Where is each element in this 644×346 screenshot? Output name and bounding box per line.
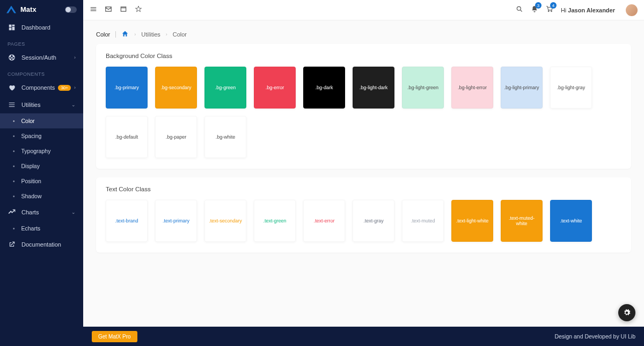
sidebar-item-echarts[interactable]: Echarts: [0, 221, 83, 236]
sidebar-item-position[interactable]: Position: [0, 174, 83, 189]
search-icon[interactable]: [516, 5, 523, 15]
color-swatch: .text-white: [550, 200, 592, 242]
chevron-right-icon: ›: [134, 32, 136, 37]
avatar[interactable]: [626, 4, 638, 16]
color-swatch: .text-primary: [155, 200, 197, 242]
color-swatch: .text-muted: [402, 200, 444, 242]
greeting-prefix: Hi: [561, 7, 568, 13]
mail-icon[interactable]: [105, 5, 112, 15]
home-icon[interactable]: [121, 30, 129, 39]
breadcrumb-mid[interactable]: Utilities: [141, 31, 160, 38]
main-area: 3 4 Hi Jason Alexander Color › Utilities…: [83, 0, 644, 346]
trend-icon: [8, 208, 16, 217]
color-swatch: .bg-green: [204, 67, 246, 109]
window-icon[interactable]: [120, 5, 127, 15]
color-swatch: .text-green: [254, 200, 296, 242]
notifications-badge: 3: [535, 2, 541, 9]
sidebar-section-components: COMPONENTS: [0, 66, 83, 79]
heart-icon: [8, 83, 16, 92]
color-swatch: .bg-light-primary: [501, 67, 543, 109]
brand-name: Matx: [20, 5, 36, 13]
color-swatch: .bg-paper: [155, 116, 197, 158]
cart-button[interactable]: 4: [546, 5, 553, 15]
sidebar-item-utilities[interactable]: Utilities ⌄: [0, 96, 83, 113]
bg-swatch-grid: .bg-primary.bg-secondary.bg-green.bg-err…: [106, 67, 621, 158]
sidebar-item-display[interactable]: Display: [0, 158, 83, 174]
chevron-down-icon: ⌄: [71, 102, 76, 107]
chevron-right-icon: ›: [74, 55, 76, 60]
notifications-button[interactable]: 3: [531, 5, 538, 15]
sidebar-sub-label: Position: [21, 178, 41, 184]
user-greeting: Hi Jason Alexander: [561, 7, 615, 13]
breadcrumb-last: Color: [173, 31, 187, 38]
dashboard-icon: [8, 23, 16, 32]
content: Background Color Class .bg-primary.bg-se…: [83, 44, 644, 327]
color-swatch: .bg-light-gray: [550, 67, 592, 109]
color-swatch: .bg-dark: [303, 67, 345, 109]
sidebar: Matx Dashboard PAGES Session/Auth › COMP…: [0, 0, 83, 346]
launch-icon: [8, 240, 16, 249]
card-title: Background Color Class: [106, 53, 621, 59]
sidebar-item-documentation[interactable]: Documentation: [0, 236, 83, 253]
sidebar-sub-label: Typography: [21, 148, 51, 154]
sidebar-item-color[interactable]: Color: [0, 113, 83, 128]
color-swatch: .text-secondary: [204, 200, 246, 242]
chevron-down-icon: ⌄: [71, 210, 76, 215]
sidebar-label: Charts: [21, 209, 39, 215]
sidebar-label: Session/Auth: [21, 54, 56, 61]
color-swatch: .text-muted-white: [501, 200, 543, 242]
user-name: Jason Alexander: [568, 7, 615, 13]
text-color-card: Text Color Class .text-brand.text-primar…: [96, 177, 631, 253]
color-swatch: .bg-secondary: [155, 67, 197, 109]
globe-icon: [8, 53, 16, 62]
sidebar-label: Components: [21, 84, 55, 91]
text-swatch-grid: .text-brand.text-primary.text-secondary.…: [106, 200, 621, 242]
footer: Get MatX Pro Design and Developed by UI …: [83, 327, 644, 346]
cart-badge: 4: [550, 2, 557, 9]
color-swatch: .bg-default: [106, 116, 148, 158]
sidebar-section-pages: PAGES: [0, 36, 83, 49]
sidebar-label: Dashboard: [21, 24, 50, 31]
bg-color-card: Background Color Class .bg-primary.bg-se…: [96, 44, 631, 169]
list-icon: [8, 100, 16, 109]
brand-logo-icon: [6, 6, 16, 13]
chevron-right-icon: ›: [74, 85, 76, 90]
sidebar-nav: Dashboard PAGES Session/Auth › COMPONENT…: [0, 19, 83, 346]
color-swatch: .bg-light-error: [451, 67, 493, 109]
theme-toggle[interactable]: [65, 6, 77, 13]
color-swatch: .bg-error: [254, 67, 296, 109]
get-pro-button[interactable]: Get MatX Pro: [92, 331, 137, 342]
sidebar-sub-label: Display: [21, 163, 40, 169]
utilities-submenu: Color Spacing Typography Display Positio…: [0, 113, 83, 204]
sidebar-item-session[interactable]: Session/Auth ›: [0, 49, 83, 66]
components-count-badge: 30+: [58, 85, 71, 91]
sidebar-item-typography[interactable]: Typography: [0, 143, 83, 158]
color-swatch: .text-brand: [106, 200, 148, 242]
color-swatch: .text-error: [303, 200, 345, 242]
chevron-right-icon: ›: [166, 32, 167, 37]
sidebar-sub-label: Echarts: [21, 225, 41, 232]
sidebar-item-charts[interactable]: Charts ⌄: [0, 204, 83, 221]
sidebar-label: Utilities: [21, 102, 40, 108]
settings-fab[interactable]: [618, 304, 635, 321]
sidebar-sub-label: Shadow: [21, 193, 42, 199]
sidebar-item-components[interactable]: Components 30+ ›: [0, 79, 83, 96]
color-swatch: .bg-light-dark: [353, 67, 394, 109]
star-icon[interactable]: [135, 5, 142, 15]
page-title: Color: [96, 31, 116, 38]
footer-credit: Design and Developed by UI Lib: [554, 333, 635, 340]
color-swatch: .bg-primary: [106, 67, 148, 109]
breadcrumb: Color › Utilities › Color: [83, 20, 644, 44]
sidebar-sub-label: Spacing: [21, 133, 42, 139]
sidebar-item-dashboard[interactable]: Dashboard: [0, 19, 83, 36]
color-swatch: .text-light-white: [451, 200, 493, 242]
sidebar-label: Documentation: [21, 241, 61, 248]
sidebar-sub-label: Color: [21, 118, 35, 124]
sidebar-item-shadow[interactable]: Shadow: [0, 189, 83, 204]
color-swatch: .bg-white: [204, 116, 246, 158]
color-swatch: .text-gray: [353, 200, 394, 242]
menu-icon[interactable]: [90, 5, 97, 15]
sidebar-item-spacing[interactable]: Spacing: [0, 128, 83, 143]
svg-point-0: [517, 6, 521, 10]
card-title: Text Color Class: [106, 186, 621, 192]
